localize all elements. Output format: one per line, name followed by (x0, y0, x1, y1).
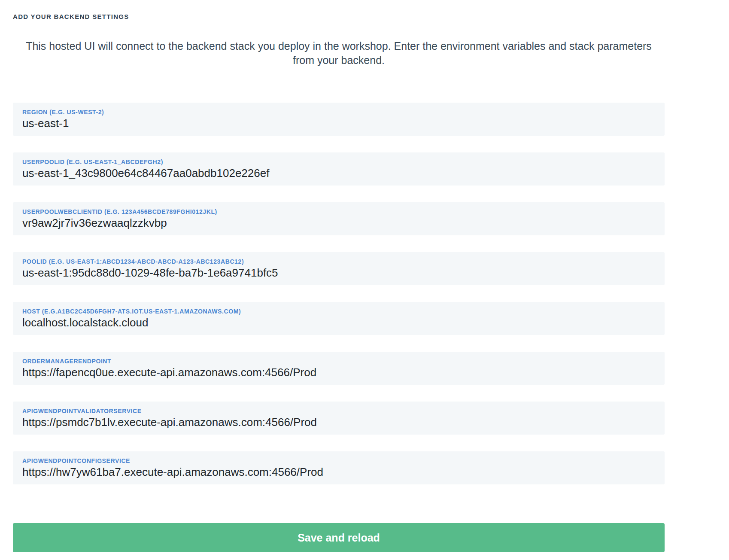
host-field-label: HOST (E.G.A1BC2C45D6FGH7-ATS.IOT.US-EAST… (22, 308, 655, 315)
page-title: ADD YOUR BACKEND SETTINGS (13, 13, 665, 20)
poolid-field[interactable]: POOLID (E.G. US-EAST-1:ABCD1234-ABCD-ABC… (13, 252, 665, 285)
apigwendpointvalidatorservice-input[interactable] (22, 416, 655, 429)
region-input[interactable] (22, 117, 655, 130)
host-field[interactable]: HOST (E.G.A1BC2C45D6FGH7-ATS.IOT.US-EAST… (13, 302, 665, 335)
ordermanagerendpoint-input[interactable] (22, 366, 655, 379)
userpoolid-field-label: USERPOOLID (E.G. US-EAST-1_ABCDEFGH2) (22, 158, 655, 165)
userpoolwebclientid-field[interactable]: USERPOOLWEBCLIENTID (E.G. 123A456BCDE789… (13, 202, 665, 235)
page-subtitle: This hosted UI will connect to the backe… (19, 39, 659, 67)
region-field[interactable]: REGION (E.G. US-WEST-2) (13, 103, 665, 136)
apigwendpointvalidatorservice-field-label: APIGWENDPOINTVALIDATORSERVICE (22, 408, 655, 414)
region-field-label: REGION (E.G. US-WEST-2) (22, 109, 655, 116)
apigwendpointvalidatorservice-field[interactable]: APIGWENDPOINTVALIDATORSERVICE (13, 402, 665, 435)
apigwendpointconfigservice-field[interactable]: APIGWENDPOINTCONFIGSERVICE (13, 451, 665, 484)
host-input[interactable] (22, 316, 655, 329)
ordermanagerendpoint-field[interactable]: ORDERMANAGERENDPOINT (13, 352, 665, 385)
backend-settings-page: ADD YOUR BACKEND SETTINGS This hosted UI… (0, 0, 729, 560)
poolid-field-label: POOLID (E.G. US-EAST-1:ABCD1234-ABCD-ABC… (22, 258, 655, 265)
userpoolwebclientid-input[interactable] (22, 216, 655, 230)
userpoolid-input[interactable] (22, 167, 655, 180)
save-and-reload-button[interactable]: Save and reload (13, 523, 665, 552)
userpoolid-field[interactable]: USERPOOLID (E.G. US-EAST-1_ABCDEFGH2) (13, 152, 665, 186)
apigwendpointconfigservice-input[interactable] (22, 466, 655, 479)
userpoolwebclientid-field-label: USERPOOLWEBCLIENTID (E.G. 123A456BCDE789… (22, 208, 655, 215)
apigwendpointconfigservice-field-label: APIGWENDPOINTCONFIGSERVICE (22, 457, 655, 464)
ordermanagerendpoint-field-label: ORDERMANAGERENDPOINT (22, 358, 655, 365)
poolid-input[interactable] (22, 266, 655, 280)
settings-form: REGION (E.G. US-WEST-2) USERPOOLID (E.G.… (13, 103, 665, 484)
